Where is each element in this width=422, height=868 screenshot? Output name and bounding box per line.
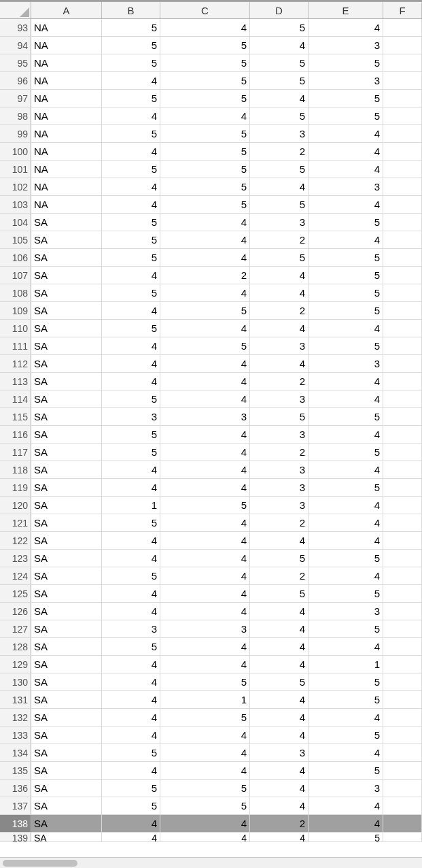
row-header[interactable]: 104 <box>0 214 31 231</box>
cell[interactable]: 4 <box>160 550 250 567</box>
cell[interactable]: SA <box>31 426 102 443</box>
cell[interactable]: 5 <box>160 90 250 107</box>
cell[interactable]: 4 <box>309 744 383 761</box>
cell[interactable]: 5 <box>250 673 309 690</box>
cell[interactable]: NA <box>31 90 102 107</box>
row-header[interactable]: 107 <box>0 267 31 284</box>
cell[interactable]: SA <box>31 638 102 655</box>
cell[interactable]: 5 <box>102 37 160 54</box>
cell[interactable] <box>383 373 422 390</box>
cell[interactable]: 5 <box>250 72 309 89</box>
cell[interactable]: 4 <box>250 320 309 337</box>
cell[interactable] <box>383 744 422 761</box>
cell[interactable] <box>383 585 422 602</box>
column-header-C[interactable]: C <box>160 2 250 18</box>
row-header[interactable]: 106 <box>0 249 31 266</box>
cell[interactable]: 5 <box>309 408 383 425</box>
cell[interactable]: 5 <box>102 426 160 443</box>
cell[interactable] <box>383 355 422 372</box>
cell[interactable] <box>383 72 422 89</box>
cell[interactable]: SA <box>31 797 102 814</box>
cell[interactable] <box>383 656 422 673</box>
cell[interactable]: 4 <box>102 815 160 832</box>
row-header[interactable]: 114 <box>0 390 31 407</box>
cell[interactable]: 4 <box>250 709 309 726</box>
cell[interactable]: 4 <box>309 426 383 443</box>
cell[interactable] <box>383 780 422 797</box>
cell[interactable]: 2 <box>250 815 309 832</box>
row-header[interactable]: 115 <box>0 408 31 425</box>
cell[interactable]: 4 <box>102 355 160 372</box>
cell[interactable] <box>383 461 422 478</box>
cell[interactable]: 4 <box>250 691 309 708</box>
cell[interactable]: NA <box>31 72 102 89</box>
cell[interactable]: 5 <box>102 780 160 797</box>
cell[interactable]: 4 <box>160 638 250 655</box>
cell[interactable]: 4 <box>102 656 160 673</box>
cell[interactable]: NA <box>31 54 102 71</box>
cell[interactable]: NA <box>31 143 102 160</box>
cell[interactable]: 4 <box>250 90 309 107</box>
cell[interactable]: 3 <box>250 744 309 761</box>
cell[interactable] <box>383 390 422 407</box>
column-header-A[interactable]: A <box>31 2 102 18</box>
cell[interactable]: SA <box>31 373 102 390</box>
cell[interactable]: 3 <box>102 620 160 637</box>
cell[interactable]: 4 <box>160 320 250 337</box>
cell[interactable]: SA <box>31 727 102 744</box>
cell[interactable]: 4 <box>309 161 383 178</box>
cell[interactable] <box>383 797 422 814</box>
cell[interactable]: 5 <box>102 320 160 337</box>
cell[interactable]: 4 <box>160 461 250 478</box>
cell[interactable]: SA <box>31 497 102 514</box>
cell[interactable]: 4 <box>309 320 383 337</box>
cell[interactable]: 4 <box>309 709 383 726</box>
cell[interactable]: 5 <box>309 691 383 708</box>
cell[interactable]: 5 <box>160 37 250 54</box>
cell[interactable] <box>383 620 422 637</box>
cell[interactable]: 4 <box>102 107 160 124</box>
row-header[interactable]: 117 <box>0 444 31 461</box>
cell[interactable]: 4 <box>102 72 160 89</box>
cell[interactable]: 5 <box>160 72 250 89</box>
cell[interactable]: 5 <box>309 267 383 284</box>
cell[interactable]: 4 <box>160 107 250 124</box>
cell[interactable]: 5 <box>250 196 309 213</box>
cell[interactable]: 4 <box>102 833 160 841</box>
cell[interactable]: 4 <box>250 37 309 54</box>
cell[interactable] <box>383 567 422 584</box>
row-header[interactable]: 128 <box>0 638 31 655</box>
cell[interactable] <box>383 90 422 107</box>
cell[interactable]: 4 <box>102 479 160 496</box>
cell[interactable]: 4 <box>102 373 160 390</box>
cell[interactable]: 4 <box>250 178 309 195</box>
cell[interactable]: SA <box>31 284 102 301</box>
cell[interactable]: SA <box>31 709 102 726</box>
cell[interactable]: 5 <box>102 567 160 584</box>
cell[interactable]: 4 <box>160 390 250 407</box>
cell[interactable]: 5 <box>102 744 160 761</box>
cell[interactable]: 4 <box>102 603 160 620</box>
cell[interactable]: SA <box>31 815 102 832</box>
cell[interactable]: 5 <box>309 214 383 231</box>
cell[interactable]: SA <box>31 585 102 602</box>
cell[interactable]: 5 <box>250 585 309 602</box>
row-header[interactable]: 125 <box>0 585 31 602</box>
cell[interactable]: 4 <box>160 231 250 248</box>
cell[interactable]: 4 <box>309 125 383 142</box>
cell[interactable]: 4 <box>160 603 250 620</box>
cell[interactable] <box>383 267 422 284</box>
cell[interactable]: 3 <box>160 408 250 425</box>
cell[interactable]: 4 <box>309 143 383 160</box>
cell[interactable]: 3 <box>309 178 383 195</box>
cell[interactable]: 5 <box>102 797 160 814</box>
cell[interactable]: 4 <box>160 19 250 36</box>
cell[interactable] <box>383 532 422 549</box>
cell[interactable]: 4 <box>250 267 309 284</box>
cell[interactable]: 5 <box>309 727 383 744</box>
cell[interactable]: SA <box>31 302 102 319</box>
cell[interactable]: 2 <box>250 143 309 160</box>
cell[interactable]: 4 <box>309 196 383 213</box>
cell[interactable]: 3 <box>250 497 309 514</box>
cell[interactable] <box>383 249 422 266</box>
